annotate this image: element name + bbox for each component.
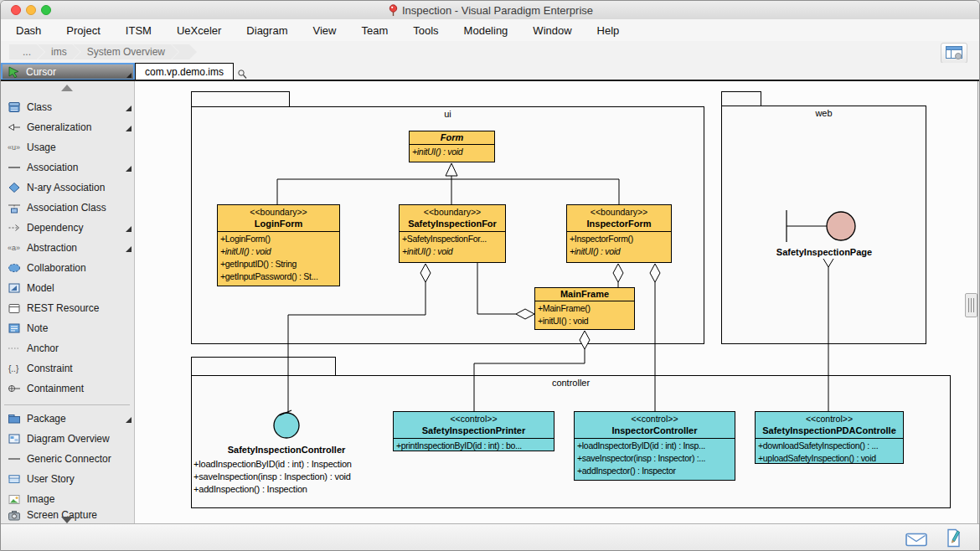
menu-window[interactable]: Window	[533, 24, 571, 37]
cursor-icon	[8, 65, 21, 79]
class-loginform[interactable]: <<boundary>> LoginForm +LoginForm() +ini…	[217, 204, 340, 286]
menu-tools[interactable]: Tools	[413, 24, 438, 37]
palette-item-note[interactable]: Note	[1, 318, 135, 338]
document-edit-icon[interactable]	[946, 528, 962, 548]
abstraction-icon: «a»	[8, 241, 21, 255]
class-name: SafetyInspectionPDAControlle	[757, 425, 901, 437]
class-name: InspectorForm	[569, 218, 669, 230]
menu-team[interactable]: Team	[361, 24, 388, 37]
palette-item-abstraction[interactable]: «a» Abstraction	[1, 238, 135, 258]
palette-item-label: Image	[27, 493, 54, 505]
palette-item-user-story[interactable]: User Story	[1, 469, 135, 489]
class-safetyinspectionform[interactable]: <<boundary>> SafetyInspectionFor +Safety…	[399, 204, 506, 263]
aggregation-inspectorform-to-mainframe[interactable]	[613, 264, 623, 287]
breadcrumb-ellipsis[interactable]: ...	[9, 44, 44, 59]
palette-item-label: REST Resource	[27, 302, 99, 314]
class-safetyinspectionpdacontroller[interactable]: <<control>> SafetyInspectionPDAControlle…	[755, 411, 904, 464]
menu-modeling[interactable]: Modeling	[464, 24, 508, 37]
palette-item-package[interactable]: Package	[1, 409, 135, 429]
package-web-label: web	[721, 108, 926, 118]
class-mainframe[interactable]: MainFrame +MainFrame() +initUI() : void	[534, 287, 635, 330]
palette-item-nary-association[interactable]: N-ary Association	[1, 178, 135, 198]
class-safetyinspectionprinter[interactable]: <<control>> SafetyInspectionPrinter +pri…	[393, 411, 554, 451]
screen-capture-icon	[8, 508, 21, 522]
palette-item-usage[interactable]: «u» Usage	[1, 137, 135, 157]
class-header: <<control>> InspectorController	[575, 412, 735, 439]
member: +addInspection() : Inspection	[193, 483, 352, 496]
svg-text:{..}: {..}	[8, 364, 19, 373]
menu-project[interactable]: Project	[66, 24, 100, 37]
class-inspectorform[interactable]: <<boundary>> InspectorForm +InspectorFor…	[566, 204, 672, 263]
palette-item-label: Dependency	[27, 222, 83, 234]
association-class-icon	[8, 201, 21, 214]
palette-item-diagram-overview[interactable]: Diagram Overview	[1, 429, 135, 449]
menu-view[interactable]: View	[312, 24, 336, 37]
aggregation-mainframe-to-printer[interactable]	[474, 331, 590, 411]
dependency-icon	[8, 221, 21, 234]
palette-item-label: Generic Connector	[27, 453, 111, 465]
window-title: Inspection - Visual Paradigm Enterprise	[402, 4, 593, 17]
palette-item-containment[interactable]: Containment	[1, 378, 135, 399]
palette-item-generic-connector[interactable]: Generic Connector	[1, 449, 135, 469]
class-members: +InspectorForm() +initUI() : void	[567, 232, 671, 259]
palette-item-model[interactable]: Model	[1, 278, 135, 298]
submenu-corner-icon	[126, 166, 132, 172]
member: +printInspectionByID(id : int) : bo...	[394, 440, 554, 451]
diagram-tab[interactable]: com.vp.demo.ims	[135, 63, 234, 80]
palette-divider	[4, 404, 130, 405]
menu-uexceler[interactable]: UeXceler	[177, 24, 221, 37]
palette-item-association-class[interactable]: Association Class	[1, 198, 135, 218]
palette-item-label: Model	[27, 282, 54, 294]
class-header: MainFrame	[535, 288, 634, 301]
association-icon	[8, 161, 21, 174]
class-name: MainFrame	[537, 288, 632, 301]
class-form[interactable]: Form +initUI() : void	[409, 131, 495, 162]
user-story-icon	[8, 472, 21, 486]
palette-item-dependency[interactable]: Dependency	[1, 218, 135, 238]
member: +addInspector() : Inspector	[575, 465, 735, 477]
generalization-connector[interactable]	[277, 163, 619, 204]
control-lifeline-icon[interactable]	[274, 410, 299, 438]
palette-item-label: Association Class	[27, 202, 106, 214]
member: +downloadSafetyInspection() : ...	[756, 440, 903, 452]
palette-scroll-down[interactable]	[61, 517, 73, 523]
palette-scroll-up[interactable]	[61, 85, 73, 91]
palette-item-rest-resource[interactable]: REST Resource	[1, 298, 135, 318]
class-inspectorcontroller[interactable]: <<control>> InspectorController +loadIns…	[574, 411, 735, 481]
member: +uploadSafetyInspection() : void	[756, 452, 903, 464]
association-page-to-pdacontroller[interactable]	[823, 259, 833, 411]
menu-diagram[interactable]: Diagram	[246, 24, 287, 37]
aggregation-inspectorform-to-inspectorcontroller[interactable]	[650, 264, 660, 411]
palette-item-class[interactable]: Class	[1, 97, 135, 117]
palette-item-generalization[interactable]: Generalization	[1, 117, 135, 137]
menu-dash[interactable]: Dash	[16, 24, 41, 37]
class-header: <<boundary>> InspectorForm	[567, 205, 671, 232]
member: +initUI() : void	[218, 245, 339, 258]
pin-icon	[389, 4, 398, 17]
menu-help[interactable]: Help	[597, 24, 620, 37]
mail-icon[interactable]	[905, 532, 927, 547]
panel-splitter-grip[interactable]	[965, 293, 977, 317]
class-safetyinspectioncontroller-name[interactable]: SafetyInspectionController	[186, 445, 387, 455]
stereotype: <<boundary>>	[401, 207, 503, 218]
palette-item-label: Association	[27, 162, 78, 173]
diagram-canvas[interactable]: ui web controller	[135, 81, 980, 523]
palette-item-collaboration[interactable]: Collaboration	[1, 258, 135, 278]
palette-item-label: N-ary Association	[27, 182, 105, 193]
class-safetyinspectionpage-name[interactable]: SafetyInspectionPage	[749, 247, 900, 257]
menu-itsm[interactable]: ITSM	[126, 24, 152, 37]
palette-item-label: Containment	[27, 383, 84, 394]
palette-item-cursor[interactable]: Cursor	[1, 63, 135, 80]
palette-item-constraint[interactable]: {..} Constraint	[1, 358, 135, 378]
aggregation-form-to-mainframe[interactable]	[477, 263, 534, 319]
panel-view-button[interactable]	[941, 43, 967, 64]
palette-item-label: User Story	[27, 473, 75, 485]
palette-item-anchor[interactable]: Anchor	[1, 338, 135, 358]
palette-item-association[interactable]: Association	[1, 157, 135, 178]
window-title-area: Inspection - Visual Paradigm Enterprise	[1, 1, 980, 19]
boundary-lifeline-icon[interactable]	[787, 210, 855, 242]
submenu-corner-icon	[126, 417, 132, 423]
member: +loadInspectionByID(id : int) : Inspecti…	[193, 458, 352, 471]
class-header: Form	[410, 131, 494, 145]
breadcrumb-system-overview[interactable]: System Overview	[74, 44, 178, 59]
